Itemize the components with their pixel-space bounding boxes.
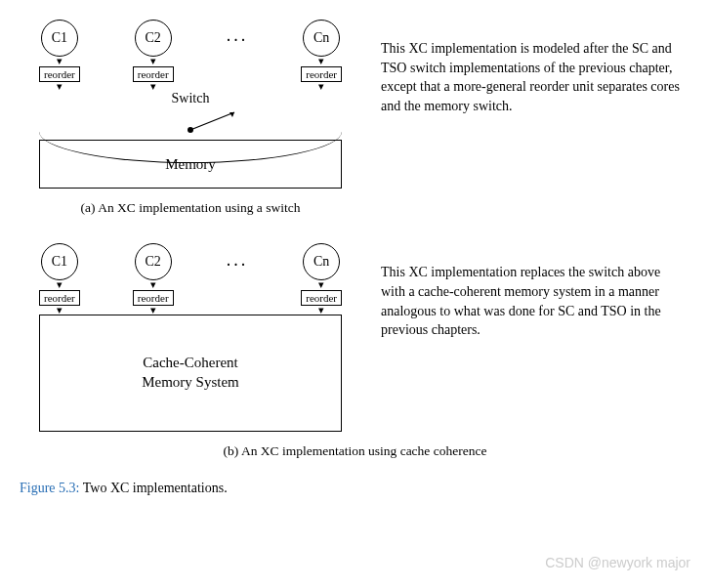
core-circle: C2 <box>135 243 172 280</box>
panel-switch: C1 ▾ reorder ▾ C2 ▾ reorder ▾ ··· Cn ▾ r… <box>20 20 690 233</box>
arrow-down-icon: ▾ <box>150 307 156 315</box>
arrow-down-icon: ▾ <box>57 58 63 65</box>
diagram-a: C1 ▾ reorder ▾ C2 ▾ reorder ▾ ··· Cn ▾ r… <box>20 20 361 233</box>
ellipsis: ··· <box>227 255 249 305</box>
core-circle: Cn <box>303 20 340 57</box>
arrow-down-icon: ▾ <box>150 58 156 65</box>
figure-number: Figure 5.3: <box>20 481 79 495</box>
arrow-down-icon: ▾ <box>318 281 324 289</box>
switch-area: Switch <box>20 89 361 138</box>
switch-label: Switch <box>168 91 214 106</box>
watermark: CSDN @newyork major <box>545 555 690 570</box>
core-circle: C1 <box>41 243 78 280</box>
cores-row-b: C1 ▾ reorder ▾ C2 ▾ reorder ▾ ··· Cn ▾ r… <box>20 243 361 315</box>
arrow-down-icon: ▾ <box>57 281 63 289</box>
diagram-b: C1 ▾ reorder ▾ C2 ▾ reorder ▾ ··· Cn ▾ r… <box>20 243 361 431</box>
cache-coherent-box: Cache-Coherent Memory System <box>39 315 342 432</box>
core-c1: C1 ▾ reorder ▾ <box>39 20 80 91</box>
arrow-down-icon: ▾ <box>57 307 63 315</box>
core-c1: C1 ▾ reorder ▾ <box>39 243 80 315</box>
box-line: Memory System <box>142 373 239 393</box>
description-a: This XC implementation is modeled after … <box>361 20 690 115</box>
cores-row-a: C1 ▾ reorder ▾ C2 ▾ reorder ▾ ··· Cn ▾ r… <box>20 20 361 91</box>
core-circle: C2 <box>135 20 172 57</box>
caption-a: (a) An XC implementation using a switch <box>20 200 361 216</box>
caption-b: (b) An XC implementation using cache coh… <box>20 443 690 459</box>
svg-marker-2 <box>230 112 234 117</box>
core-cn: Cn ▾ reorder ▾ <box>301 20 342 91</box>
description-b: This XC implementation replaces the swit… <box>361 243 690 339</box>
arrow-down-icon: ▾ <box>318 307 324 315</box>
figure-text: Two XC implementations. <box>79 481 227 495</box>
svg-line-1 <box>190 112 234 130</box>
arrow-down-icon: ▾ <box>150 281 156 289</box>
core-c2: C2 ▾ reorder ▾ <box>133 243 174 315</box>
ellipsis: ··· <box>227 30 249 80</box>
core-circle: Cn <box>303 243 340 280</box>
panel-cache: C1 ▾ reorder ▾ C2 ▾ reorder ▾ ··· Cn ▾ r… <box>20 243 690 431</box>
arrow-down-icon: ▾ <box>318 58 324 65</box>
core-c2: C2 ▾ reorder ▾ <box>133 20 174 91</box>
core-cn: Cn ▾ reorder ▾ <box>301 243 342 315</box>
box-line: Cache-Coherent <box>143 354 237 373</box>
figure-caption: Figure 5.3: Two XC implementations. <box>20 481 690 496</box>
core-circle: C1 <box>41 20 78 57</box>
